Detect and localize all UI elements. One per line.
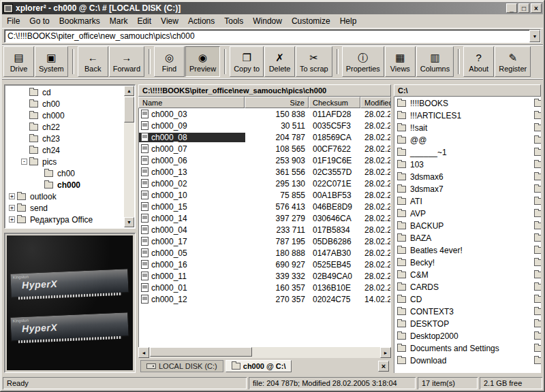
tree-item[interactable]: ch00	[6, 98, 123, 110]
scroll-down-button[interactable]: ▼	[124, 217, 134, 227]
pane-tab[interactable]: LOCAL DISK (C:)	[140, 360, 223, 372]
file-row[interactable]: ch000_01 160 357 0136B10E 28.02.2005	[139, 282, 390, 293]
preview-button[interactable]: ◉ Preview	[185, 46, 220, 77]
about-button[interactable]: ? About	[463, 46, 494, 77]
copy-to-button[interactable]: ❐ Copy to	[230, 46, 264, 77]
file-row[interactable]: ch000_12 270 357 02024C75 14.02.2005	[139, 293, 390, 305]
scroll-up-button[interactable]: ▲	[124, 86, 134, 96]
scroll-left-button[interactable]: ◄	[138, 347, 149, 358]
register-button[interactable]: ✎ Register	[495, 46, 531, 77]
address-input[interactable]: C:\!!!!BOOKS\piter_office\new_samouch\pi…	[5, 30, 529, 42]
scroll-right-button[interactable]: ►	[380, 347, 391, 358]
tree-item[interactable]: cd	[6, 86, 123, 98]
folder-item[interactable]: C&M	[394, 269, 541, 281]
file-pane-caption[interactable]: C:\!!!!BOOKS\piter_office\new_samouch\pi…	[138, 84, 391, 97]
folder-item[interactable]: ______~1	[394, 146, 541, 159]
file-row[interactable]: ch000_10 75 855 00A1BF53 28.02.2005	[139, 189, 390, 201]
menu-item[interactable]: Tools	[219, 15, 248, 27]
drive-button[interactable]: ▤ Drive	[3, 46, 34, 77]
drive-pane-caption[interactable]: C:\	[394, 84, 541, 97]
folder-item[interactable]: !!!ARTICLES1	[394, 110, 541, 122]
folder-item[interactable]: BACKUP	[394, 220, 541, 232]
folder-item[interactable]: AVP	[394, 208, 541, 220]
tree-expander-icon[interactable]: +	[9, 216, 15, 223]
back-button[interactable]: ← Back	[78, 46, 108, 77]
menu-item[interactable]: Go to	[25, 15, 54, 27]
folder-item[interactable]: Desktop2000	[394, 330, 541, 342]
menu-item[interactable]: Help	[335, 15, 362, 27]
menu-item[interactable]: Window	[248, 15, 287, 27]
menu-item[interactable]: Edit	[132, 15, 156, 27]
folder-item[interactable]: Becky!	[394, 257, 541, 269]
tree-item[interactable]: - pics	[6, 156, 123, 167]
folder-item[interactable]: 103	[394, 159, 541, 171]
tree-item[interactable]: + send	[6, 202, 123, 214]
folder-item[interactable]: !!!!BOOKS	[394, 97, 541, 110]
close-button[interactable]: ×	[531, 3, 542, 13]
properties-button[interactable]: ⓘ Properties	[342, 46, 384, 77]
tree-expander-icon[interactable]: +	[9, 193, 15, 199]
file-row[interactable]: ch000_13 361 556 02C3557D 28.02.2005	[139, 166, 390, 178]
pane-tab[interactable]: ch000 @ C:\	[225, 360, 292, 372]
scrollbar-track[interactable]	[124, 96, 134, 217]
tree-item[interactable]: + outlook	[6, 191, 123, 202]
tree-expander-icon[interactable]: -	[21, 159, 27, 165]
menu-item[interactable]: Mark	[105, 15, 133, 27]
forward-button[interactable]: → Forward	[109, 46, 144, 77]
menu-item[interactable]: View	[156, 15, 183, 27]
folder-item[interactable]: CD	[394, 293, 541, 306]
folder-item[interactable]: @@	[394, 134, 541, 146]
menu-item[interactable]: Bookmarks	[54, 15, 105, 27]
tree-item[interactable]: ch000	[6, 179, 123, 191]
column-header-modified[interactable]: Modified	[360, 97, 391, 108]
folder-item[interactable]: Download	[394, 355, 541, 367]
file-row[interactable]: ch000_03 150 838 011AFD28 28.02.2005	[139, 108, 390, 120]
tree-item[interactable]: ch23	[6, 133, 123, 144]
tree-item[interactable]: ch00	[6, 167, 123, 179]
scrollbar-track[interactable]	[149, 347, 380, 358]
folder-item[interactable]: 3dsmax7	[394, 183, 541, 195]
folder-item[interactable]: Documents and Settings	[394, 342, 541, 355]
chevron-down-icon[interactable]: ▼	[529, 30, 540, 42]
file-row[interactable]: ch000_09 30 511 0035C5F3 28.02.2005	[139, 120, 390, 131]
system-button[interactable]: ▣ System	[35, 46, 68, 77]
delete-button[interactable]: ✗ Delete	[264, 46, 295, 77]
file-row[interactable]: ch000_17 787 195 05DB6286 28.02.2005	[139, 235, 390, 247]
file-row[interactable]: ch000_08 204 787 018569CA 28.02.2005	[139, 131, 390, 143]
folder-item[interactable]: !!sait	[394, 122, 541, 134]
file-row[interactable]: ch000_05 180 888 0147AB30 28.02.2005	[139, 247, 390, 259]
file-row[interactable]: ch000_11 339 332 02B49CA0 28.02.2005	[139, 270, 390, 282]
folder-item[interactable]: DESKTOP	[394, 318, 541, 330]
folder-item[interactable]: CONTEXT3	[394, 306, 541, 318]
folder-item[interactable]: Beatles 4ever!	[394, 244, 541, 257]
column-header-name[interactable]: Name	[138, 97, 245, 108]
file-row[interactable]: ch000_02 295 130 022C071E 28.02.2005	[139, 178, 390, 189]
file-row[interactable]: ch000_06 253 903 01F19C6E 28.02.2005	[139, 154, 390, 166]
tree-item[interactable]: ch24	[6, 144, 123, 156]
menu-item[interactable]: File	[2, 15, 25, 27]
tree-expander-icon[interactable]: +	[9, 205, 15, 211]
folder-item[interactable]: CARDS	[394, 281, 541, 293]
file-row[interactable]: ch000_07 108 565 00CF7622 28.02.2005	[139, 143, 390, 154]
columns-button[interactable]: ▥ Columns	[416, 46, 454, 77]
menu-item[interactable]: Actions	[183, 15, 219, 27]
folder-item[interactable]: BAZA	[394, 232, 541, 244]
column-header-size[interactable]: Size	[245, 97, 309, 108]
tree-item[interactable]: ch000	[6, 110, 123, 121]
scrollbar-thumb[interactable]	[150, 347, 252, 357]
maximize-button[interactable]: □	[518, 3, 529, 13]
folder-item[interactable]: 3dsmax6	[394, 171, 541, 183]
tree-item[interactable]: ch22	[6, 121, 123, 133]
column-header-checksum[interactable]: Checksum	[309, 97, 360, 108]
menu-item[interactable]: Customize	[287, 15, 335, 27]
file-row[interactable]: ch000_04 233 711 017B5834 28.02.2005	[139, 224, 390, 235]
title-bar[interactable]: xplorer² - ch000 @ C:\ # [LOCAL DISK (C:…	[2, 2, 543, 14]
folder-item[interactable]: ATI	[394, 195, 541, 208]
scrollbar-thumb[interactable]	[124, 97, 134, 122]
to-scrap-button[interactable]: ✂ To scrap	[296, 46, 332, 77]
file-row[interactable]: ch000_14 397 279 030646CA 28.02.2005	[139, 212, 390, 224]
find-button[interactable]: ◎ Find	[154, 46, 185, 77]
file-row[interactable]: ch000_16 690 927 0525EB45 28.02.2005	[139, 259, 390, 270]
views-button[interactable]: ▦ Views	[385, 46, 416, 77]
file-row[interactable]: ch000_15 576 413 046BE8D9 28.02.2005	[139, 201, 390, 212]
